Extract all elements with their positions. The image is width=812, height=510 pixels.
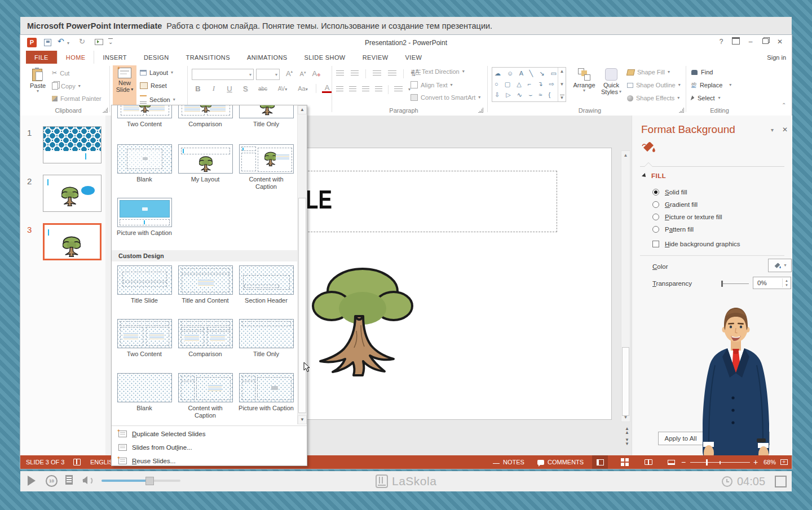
notes-button[interactable]: NOTES — [493, 455, 524, 469]
tab-animations[interactable]: ANIMATIONS — [239, 51, 296, 64]
tab-file[interactable]: FILE — [26, 51, 57, 64]
italic-button[interactable]: I — [209, 84, 219, 93]
menu-item-slides-from-outline[interactable]: Slides from Outline... — [112, 441, 297, 454]
align-center-icon[interactable] — [349, 86, 356, 93]
menu-item-duplicate-selected-slides[interactable]: ✦ Duplicate Selected Slides — [112, 428, 297, 440]
format-painter-button[interactable]: Format Painter — [52, 95, 102, 102]
shape-effects-button[interactable]: Shape Effects▾ — [627, 95, 679, 101]
numbering-button[interactable] — [351, 70, 359, 77]
canvas-vscrollbar[interactable]: ▲ ▼ — [621, 150, 630, 422]
layout-option-blank-theme[interactable]: Blank — [116, 144, 173, 183]
fill-bucket-icon[interactable] — [641, 140, 656, 154]
previous-slide-icon[interactable]: ▲▲ — [625, 427, 629, 434]
font-name-combo[interactable]: ▾ — [192, 69, 254, 80]
slide-indicator[interactable]: SLIDE 3 OF 3 — [26, 455, 64, 469]
cut-button[interactable]: ✂ Cut — [52, 69, 69, 77]
slideshow-view-button[interactable] — [663, 455, 679, 469]
pattern-fill-option[interactable]: Pattern fill — [652, 226, 694, 233]
transparency-slider-handle[interactable] — [721, 281, 723, 287]
strikethrough-button[interactable]: abc — [256, 86, 270, 92]
panel-scrollbar[interactable] — [105, 116, 111, 455]
slide-2-thumbnail[interactable] — [43, 175, 102, 212]
layout-option-comparison-theme[interactable]: Comparison — [177, 105, 233, 128]
text-direction-button[interactable]: ⇵A Text Direction▾ — [411, 68, 465, 75]
fit-slide-to-window-icon[interactable]: ✛ — [780, 455, 788, 469]
scroll-up-icon[interactable]: ▲ — [621, 153, 630, 158]
text-shadow-button[interactable]: S — [240, 85, 250, 93]
grow-font-button[interactable]: A▴ — [284, 69, 294, 78]
bullets-button[interactable] — [336, 70, 344, 77]
gradient-fill-option[interactable]: Gradient fill — [652, 201, 698, 208]
tab-design[interactable]: DESIGN — [135, 51, 178, 64]
shapes-scroll[interactable]: ▲▼▼ — [558, 68, 566, 101]
ribbon-display-options-icon[interactable] — [729, 37, 743, 46]
zoom-slider[interactable] — [690, 455, 750, 469]
align-left-icon[interactable] — [336, 86, 343, 93]
help-icon[interactable]: ? — [714, 38, 729, 46]
slide-3-thumb nail[interactable] — [43, 223, 102, 260]
tab-review[interactable]: REVIEW — [354, 51, 397, 64]
pane-close-icon[interactable]: ✕ — [782, 126, 788, 134]
clear-formatting-button[interactable]: A◆ — [311, 69, 321, 78]
layout-option-two-content-theme[interactable]: Two Content — [116, 105, 173, 128]
copy-button[interactable]: Copy ▾ — [52, 82, 81, 90]
reset-button[interactable]: Reset — [140, 82, 167, 89]
color-dropdown-button[interactable]: ▾ — [768, 259, 792, 272]
shape-outline-button[interactable]: Shape Outline▾ — [627, 82, 681, 88]
layout-option-picture-with-caption-theme[interactable]: Picture with Caption — [116, 198, 173, 237]
paste-dropdown-icon[interactable]: ▾ — [28, 89, 47, 94]
normal-view-button[interactable] — [592, 455, 608, 469]
tab-home[interactable]: HOME — [57, 51, 95, 64]
new-slide-button[interactable]: ✦ New Slide▾ — [113, 65, 136, 105]
menu-scrollbar[interactable]: ▲ ▼ — [297, 105, 307, 424]
transparency-slider-track[interactable] — [722, 283, 749, 284]
find-button[interactable]: Find — [691, 69, 713, 76]
solid-fill-option[interactable]: Solid fill — [652, 189, 687, 196]
paste-button[interactable]: Paste ▾ — [28, 66, 47, 104]
layout-option-section-header[interactable]: Section Header — [238, 265, 294, 304]
paragraph-dialog-launcher-icon[interactable] — [478, 108, 483, 113]
zoom-slider-handle[interactable] — [706, 459, 708, 465]
canvas-vscroll-thumb[interactable] — [622, 347, 629, 416]
fullscreen-icon[interactable] — [775, 476, 787, 487]
volume-slider-track[interactable] — [102, 480, 180, 482]
underline-button[interactable]: U — [224, 85, 235, 93]
menu-item-reuse-slides[interactable]: ✦ Reuse Slides... — [112, 455, 297, 466]
align-text-button[interactable]: Align Text▾ — [411, 81, 453, 88]
reading-view-button[interactable] — [641, 455, 656, 469]
layout-option-blank-custom[interactable]: Blank — [116, 373, 173, 412]
change-case-button[interactable]: Aa▾ — [295, 85, 310, 92]
menu-scroll-down-icon[interactable]: ▼ — [298, 415, 307, 424]
hide-background-checkbox[interactable]: Hide background graphics — [652, 241, 740, 247]
zoom-out-button[interactable]: − — [681, 455, 686, 469]
next-slide-icon[interactable]: ▼▼ — [625, 438, 629, 446]
slide-1-thumbnail[interactable] — [43, 126, 102, 163]
apply-to-all-button[interactable]: Apply to All — [658, 432, 703, 445]
zoom-level[interactable]: 68% — [764, 455, 776, 469]
quick-styles-button[interactable]: Quick Styles▾ — [599, 67, 624, 95]
restore-icon[interactable] — [758, 38, 773, 46]
columns-icon[interactable] — [394, 86, 403, 93]
lesson-notes-icon[interactable] — [65, 475, 73, 485]
section-button[interactable]: Section▾ — [140, 95, 175, 104]
tab-insert[interactable]: INSERT — [94, 51, 135, 64]
arrange-button[interactable]: Arrange ▾ — [572, 67, 597, 93]
menu-scroll-thumb[interactable] — [298, 198, 306, 413]
minimize-icon[interactable]: – — [743, 38, 758, 46]
increase-indent-icon[interactable] — [388, 70, 396, 77]
zoom-in-button[interactable]: + — [753, 455, 758, 469]
layout-option-title-only-theme[interactable]: Title Only — [238, 105, 294, 128]
tab-view[interactable]: VIEW — [396, 51, 430, 64]
bold-button[interactable]: B — [193, 85, 203, 93]
character-spacing-button[interactable]: AV▾ — [275, 86, 290, 92]
shrink-font-button[interactable]: A▾ — [298, 70, 308, 77]
pane-menu-icon[interactable]: ▾ — [771, 128, 774, 132]
layout-button[interactable]: Layout▾ — [140, 69, 173, 76]
convert-smartart-button[interactable]: Convert to SmartArt▾ — [411, 94, 480, 101]
align-right-icon[interactable] — [362, 86, 369, 93]
select-button[interactable]: Select▾ — [691, 95, 721, 101]
sign-in-link[interactable]: Sign in — [767, 51, 792, 64]
tab-slideshow[interactable]: SLIDE SHOW — [296, 51, 354, 64]
decrease-indent-icon[interactable] — [373, 70, 381, 77]
layout-option-picture-with-caption-custom[interactable]: Picture with Caption — [238, 373, 294, 412]
